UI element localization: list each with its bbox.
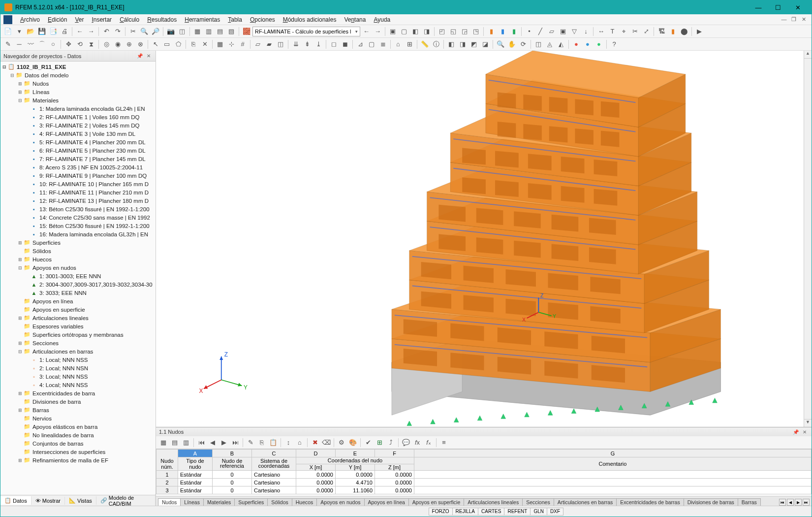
tree-materials[interactable]: Materiales [32, 97, 59, 103]
tree-material-item[interactable]: ▪9: RF-LAMINATE 9 | Plancher 100 mm DQ [0, 171, 156, 180]
tree-material-item[interactable]: ▪10: RF-LAMINATE 10 | Plancher 165 mm D [0, 180, 156, 188]
navigator-close-icon[interactable]: ✕ [145, 53, 153, 59]
module-icon[interactable]: 🧱 [241, 26, 252, 37]
tree-model-data[interactable]: Datos del modelo [25, 72, 69, 78]
table-row[interactable]: 2Estándar0Cartesiano0.00004.47100.0000 [156, 479, 812, 486]
sel-arrow-icon[interactable]: ↖ [150, 39, 161, 50]
find-icon[interactable]: 🔍 [139, 26, 150, 37]
tree-hinge-item[interactable]: ◦4: Local; NNN NSS [0, 381, 156, 389]
data-table[interactable]: Nudonúm. A B C D E F G Tipo de nudo Nudo… [156, 449, 812, 494]
load-icon[interactable]: ↓ [580, 26, 591, 37]
dim-icon[interactable]: ↔ [595, 26, 606, 37]
tree-support-item[interactable]: ▲3: 3033; EEE NNN [0, 289, 156, 297]
sidebar-tab-show[interactable]: 👁Mostrar [31, 497, 65, 505]
tbl-prev-icon[interactable]: ◀ [207, 437, 218, 448]
ortho-icon[interactable]: ◪ [480, 39, 491, 50]
filter-icon[interactable]: ⌂ [393, 39, 404, 50]
tree-surfaces[interactable]: Superficies [32, 240, 61, 246]
tree-members[interactable]: Barras [32, 407, 49, 413]
surf2-icon[interactable]: ▰ [264, 39, 275, 50]
tree-hinge-item[interactable]: ◦1: Local; NNN NSS [0, 355, 156, 364]
cut-sel-icon[interactable]: ✂ [629, 26, 640, 37]
dxf-icon[interactable]: ◫ [177, 26, 187, 37]
tree-lines[interactable]: Líneas [32, 89, 50, 95]
tbl-paste-icon[interactable]: 📋 [268, 437, 279, 448]
snap2-icon[interactable]: ◉ [112, 39, 123, 50]
module-combo[interactable]: RF-LAMINATE - Cálculo de superficies l [252, 27, 360, 36]
tree-material-item[interactable]: ▪8: Acero S 235 | NF EN 10025-2:2004-11 [0, 163, 156, 171]
mdi-close[interactable]: ✕ [799, 16, 809, 23]
tbl-comment-icon[interactable]: 💬 [401, 437, 411, 448]
tables-icon[interactable]: ▦ [192, 26, 203, 37]
tree-surface-supports[interactable]: Apoyos en superficie [32, 307, 85, 313]
table-tab[interactable]: Excentricidades de barras [616, 498, 684, 506]
viewport-scrollbar[interactable]: ▲ ▼ [804, 51, 812, 427]
tbl-export-icon[interactable]: ⤴ [385, 437, 396, 448]
tree-elastic[interactable]: Apoyos elásticos en barra [32, 424, 97, 430]
ucs-icon[interactable]: ⊿ [355, 39, 366, 50]
render1-icon[interactable]: ◰ [437, 26, 447, 37]
sec1-icon[interactable]: ◻ [328, 39, 339, 50]
text-icon[interactable]: T [607, 26, 618, 37]
solid-icon[interactable]: ▣ [558, 26, 568, 37]
close-button[interactable]: ✕ [788, 0, 808, 14]
navigator-tree[interactable]: ⊟📋1102_IB_R11_EXE ⊟📁Datos del modelo ⊞📁N… [0, 62, 156, 495]
cube4-icon[interactable]: ◨ [421, 26, 432, 37]
tree-solids[interactable]: Sólidos [32, 248, 51, 254]
tree-material-item[interactable]: ▪14: Concrete C25/30 sans masse | EN 199… [0, 213, 156, 222]
next-icon[interactable]: → [86, 26, 96, 37]
tbl-fxb-icon[interactable]: fₓ [423, 437, 434, 448]
tree-material-item[interactable]: ▪1: Madera laminada encolada GL24h | EN [0, 104, 156, 113]
scale-icon[interactable]: ⤢ [641, 26, 652, 37]
tree-div[interactable]: Divisiones de barra [32, 399, 81, 405]
panel3-icon[interactable]: ▧ [226, 26, 237, 37]
sel-rect-icon[interactable]: ▭ [161, 39, 172, 50]
table-tab[interactable]: Articulaciones lineales [464, 498, 523, 506]
table-tab[interactable]: Materiales [203, 498, 235, 506]
new-dd-icon[interactable]: ▾ [14, 26, 25, 37]
color3-icon[interactable]: ▮ [508, 26, 519, 37]
load2-icon[interactable]: ⇟ [302, 39, 312, 50]
tree-support-item[interactable]: ▲1: 3001-3003; EEE NNN [0, 272, 156, 280]
surf3-icon[interactable]: ◫ [275, 39, 286, 50]
fe3-icon[interactable]: ◭ [556, 39, 566, 50]
tbl-colors-icon[interactable]: 🎨 [347, 437, 358, 448]
pan-icon[interactable]: ✋ [506, 39, 517, 50]
tree-material-item[interactable]: ▪11: RF-LAMINATE 11 | Plancher 210 mm D [0, 188, 156, 196]
help-icon[interactable]: ⬤ [679, 26, 689, 37]
support-icon[interactable]: ▽ [569, 26, 580, 37]
table-tab[interactable]: Articulaciones en barras [554, 498, 617, 506]
tree-nodal-supports[interactable]: Apoyos en nudos [32, 265, 76, 271]
save-icon[interactable]: 💾 [36, 26, 47, 37]
table-tab[interactable]: Apoyos en superficie [408, 498, 464, 506]
color2-icon[interactable]: ▮ [497, 26, 508, 37]
tree-line-hinges[interactable]: Articulaciones lineales [32, 315, 89, 321]
table-tab[interactable]: Sólidos [267, 498, 292, 506]
menu-resultados[interactable]: Resultados [143, 15, 181, 24]
tree-ecc[interactable]: Excentricidades de barra [32, 390, 95, 396]
menu-herramientas[interactable]: Herramientas [181, 15, 224, 24]
tree-material-item[interactable]: ▪2: RF-LAMINATE 1 | Voiles 160 mm DQ [0, 113, 156, 121]
tree-sections[interactable]: Secciones [32, 340, 59, 346]
table-close-icon[interactable]: ✕ [801, 429, 809, 435]
tree-member-hinges[interactable]: Articulaciones en barras [32, 349, 93, 355]
menu-insertar[interactable]: Insertar [88, 15, 116, 24]
cut-icon[interactable]: ✂ [127, 26, 138, 37]
vis-grid-icon[interactable]: ▦ [215, 39, 225, 50]
maximize-button[interactable]: ☐ [768, 0, 788, 14]
sec2-icon[interactable]: ◼ [340, 39, 350, 50]
snap4-icon[interactable]: ⊗ [135, 39, 146, 50]
table-tab[interactable]: Huecos [292, 498, 317, 506]
zoom-icon[interactable]: 🔍 [495, 39, 506, 50]
meas-icon[interactable]: 📏 [419, 39, 430, 50]
menu-opciones[interactable]: Opciones [246, 15, 279, 24]
pers-icon[interactable]: ◩ [468, 39, 479, 50]
status-cartes[interactable]: CARTES [478, 508, 504, 516]
status-rejilla[interactable]: REJILLA [452, 508, 478, 516]
polyline-icon[interactable]: 〰 [25, 39, 36, 50]
undo-icon[interactable]: ↶ [101, 26, 112, 37]
tree-material-item[interactable]: ▪3: RF-LAMINATE 2 | Voiles 145 mm DQ [0, 121, 156, 129]
arc-icon[interactable]: ⌒ [36, 39, 47, 50]
sidebar-tab-views[interactable]: 📐Vistas [65, 496, 96, 505]
render4-icon[interactable]: ◳ [470, 26, 481, 37]
